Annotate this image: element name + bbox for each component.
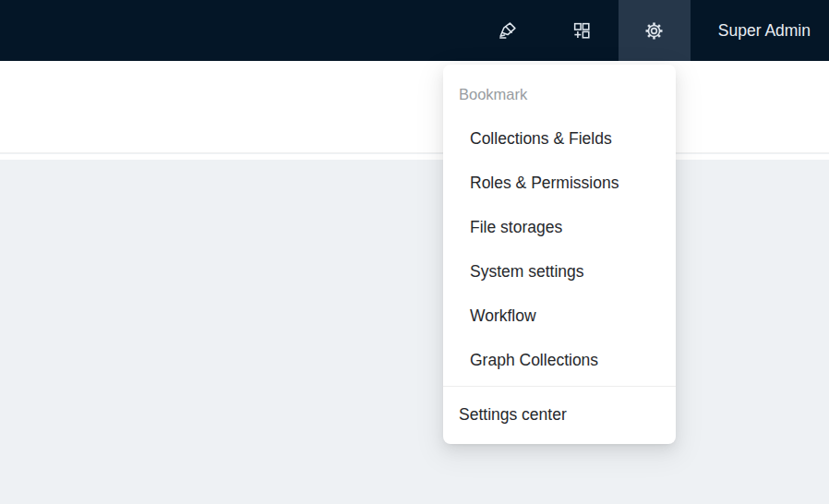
menu-divider — [443, 386, 676, 387]
page-header-band — [0, 61, 829, 153]
menu-item-graph-collections[interactable]: Graph Collections — [443, 342, 676, 378]
gear-icon — [643, 20, 665, 42]
user-menu[interactable]: Super Admin — [691, 0, 829, 61]
settings-dropdown-menu: Bookmark Collections & Fields Roles & Pe… — [443, 65, 676, 444]
appstore-add-icon — [571, 20, 592, 41]
menu-item-system-settings[interactable]: System settings — [443, 253, 676, 290]
topbar: Super Admin — [0, 0, 829, 61]
dropdown-item-list: Collections & Fields Roles & Permissions… — [443, 120, 676, 378]
menu-item-collections-fields[interactable]: Collections & Fields — [443, 120, 676, 157]
menu-item-roles-permissions[interactable]: Roles & Permissions — [443, 164, 676, 201]
user-name: Super Admin — [718, 21, 811, 41]
plugin-manager-button[interactable] — [545, 0, 619, 61]
menu-item-workflow[interactable]: Workflow — [443, 297, 676, 334]
page-content — [0, 160, 829, 504]
ui-editor-button[interactable] — [471, 0, 545, 61]
menu-item-file-storages[interactable]: File storages — [443, 209, 676, 246]
highlight-icon — [498, 20, 518, 41]
dropdown-group-label: Bookmark — [443, 76, 676, 113]
settings-center-button[interactable] — [619, 0, 691, 61]
menu-item-settings-center[interactable]: Settings center — [443, 396, 676, 433]
